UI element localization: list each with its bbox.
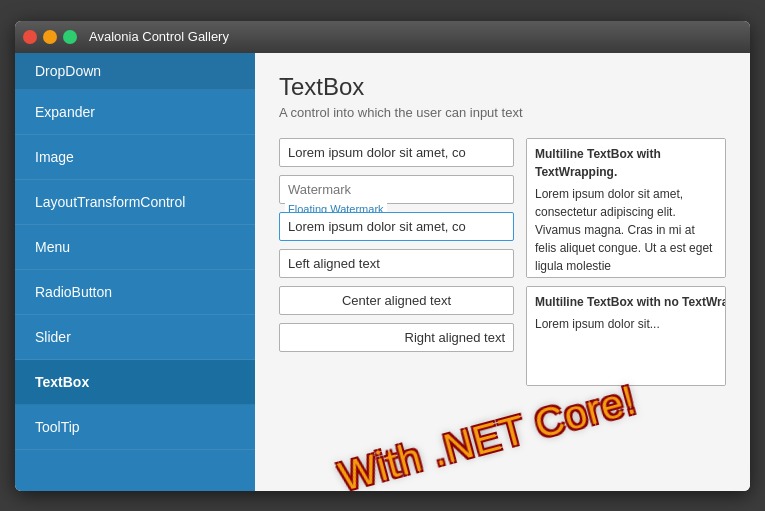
right-column: Multiline TextBox with TextWrapping. Lor… — [526, 138, 726, 386]
page-subtitle: A control into which the user can input … — [279, 105, 726, 120]
multiline-textbox-2[interactable]: Multiline TextBox with no TextWrapping. … — [526, 286, 726, 386]
sidebar-item-textbox[interactable]: TextBox — [15, 360, 255, 405]
sidebar-item-image[interactable]: Image — [15, 135, 255, 180]
sidebar-item-menu[interactable]: Menu — [15, 225, 255, 270]
sidebar-item-slider[interactable]: Slider — [15, 315, 255, 360]
sidebar-item-layouttransform[interactable]: LayoutTransformControl — [15, 180, 255, 225]
left-aligned-textbox[interactable] — [279, 249, 514, 278]
left-column: Floating Watermark — [279, 138, 514, 386]
window-title: Avalonia Control Gallery — [89, 29, 229, 44]
center-aligned-textbox[interactable] — [279, 286, 514, 315]
controls-grid: Floating Watermark Multiline TextBox wit… — [279, 138, 726, 386]
sidebar-item-expander[interactable]: Expander — [15, 90, 255, 135]
sidebar-item-dropdown[interactable]: DropDown — [15, 53, 255, 90]
multiline2-title: Multiline TextBox with no TextWrapping. — [535, 293, 717, 311]
multiline-textbox-1[interactable]: Multiline TextBox with TextWrapping. Lor… — [526, 138, 726, 278]
content-area: TextBox A control into which the user ca… — [255, 53, 750, 491]
minimize-button[interactable] — [43, 30, 57, 44]
titlebar: Avalonia Control Gallery — [15, 21, 750, 53]
page-title: TextBox — [279, 73, 726, 101]
multiline1-title: Multiline TextBox with TextWrapping. — [535, 145, 717, 181]
right-aligned-textbox[interactable] — [279, 323, 514, 352]
floating-watermark-wrap: Floating Watermark — [279, 212, 514, 241]
sidebar: DropDown Expander Image LayoutTransformC… — [15, 53, 255, 491]
app-window: Avalonia Control Gallery DropDown Expand… — [15, 21, 750, 491]
floating-watermark-textbox[interactable] — [279, 212, 514, 241]
close-button[interactable] — [23, 30, 37, 44]
watermark-textbox[interactable] — [279, 175, 514, 204]
maximize-button[interactable] — [63, 30, 77, 44]
sidebar-item-radiobutton[interactable]: RadioButton — [15, 270, 255, 315]
net-core-stamp: With .NET Core! — [334, 377, 641, 491]
main-area: DropDown Expander Image LayoutTransformC… — [15, 53, 750, 491]
multiline1-body: Lorem ipsum dolor sit amet, consectetur … — [535, 185, 717, 275]
sidebar-item-tooltip[interactable]: ToolTip — [15, 405, 255, 450]
basic-textbox[interactable] — [279, 138, 514, 167]
multiline2-body: Lorem ipsum dolor sit... — [535, 315, 717, 333]
